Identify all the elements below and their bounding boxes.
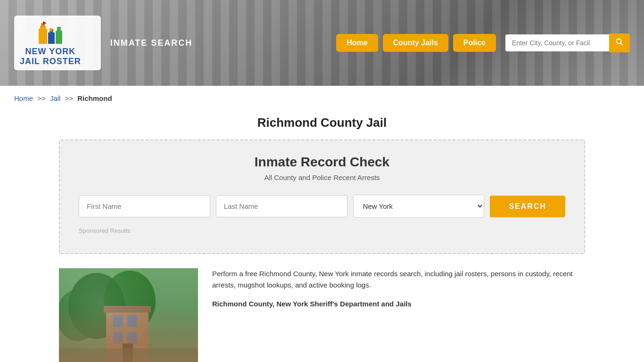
logo-area: NEW YORK JAIL ROSTER — [20, 19, 81, 66]
search-icon — [616, 38, 623, 46]
content-text: Perform a free Richmond County, New York… — [212, 268, 585, 317]
breadcrumb-home-link[interactable]: Home — [14, 94, 33, 102]
county-jails-nav-button[interactable]: County Jails — [383, 34, 448, 52]
svg-point-12 — [68, 273, 125, 339]
content-paragraph2: Richmond County, New York Sheriff's Depa… — [212, 298, 585, 310]
logo-text-ny: NEW YORK — [25, 47, 76, 57]
main-nav: Home County Jails Police — [336, 34, 496, 52]
first-name-input[interactable] — [79, 195, 210, 217]
svg-rect-11 — [59, 268, 198, 362]
svg-rect-22 — [59, 348, 198, 362]
svg-point-14 — [104, 271, 156, 332]
logo-wrapper: NEW YORK JAIL ROSTER — [14, 16, 101, 70]
last-name-input[interactable] — [216, 195, 347, 217]
svg-point-9 — [617, 39, 621, 44]
svg-rect-0 — [39, 29, 47, 44]
logo-text-jr: JAIL ROSTER — [20, 57, 81, 66]
search-section-title: Inmate Record Check — [79, 155, 565, 170]
home-nav-button[interactable]: Home — [336, 34, 378, 52]
inmate-search-label: INMATE SEARCH — [110, 38, 193, 48]
search-section-subtitle: All County and Police Recent Arrests — [79, 173, 565, 181]
svg-rect-5 — [56, 31, 62, 44]
search-form: New York Alabama Alaska Arizona Arkansas… — [79, 195, 565, 218]
svg-rect-17 — [127, 315, 137, 327]
breadcrumb-jail-link[interactable]: Jail — [50, 94, 61, 102]
logo-icon — [36, 19, 65, 45]
header-search-button[interactable] — [609, 33, 630, 52]
page-title: Richmond County Jail — [0, 111, 644, 140]
svg-point-13 — [59, 289, 99, 341]
svg-rect-19 — [127, 332, 137, 344]
svg-rect-18 — [113, 332, 123, 344]
header-search-area — [505, 33, 630, 52]
breadcrumb-sep2: >> — [65, 94, 74, 102]
site-header: NEW YORK JAIL ROSTER INMATE SEARCH Home … — [0, 0, 644, 86]
svg-rect-21 — [123, 344, 133, 362]
svg-line-10 — [621, 43, 623, 46]
location-image — [59, 268, 198, 362]
svg-rect-3 — [48, 33, 55, 44]
state-select[interactable]: New York Alabama Alaska Arizona Arkansas… — [353, 195, 485, 218]
svg-rect-20 — [104, 306, 151, 313]
svg-rect-16 — [113, 315, 123, 327]
content-section: Perform a free Richmond County, New York… — [0, 254, 644, 362]
inmate-search-section: Inmate Record Check All County and Polic… — [59, 140, 585, 254]
police-nav-button[interactable]: Police — [453, 34, 496, 52]
search-button[interactable]: SEARCH — [490, 196, 565, 217]
content-paragraph1: Perform a free Richmond County, New York… — [212, 268, 585, 291]
breadcrumb-sep1: >> — [37, 94, 46, 102]
breadcrumb: Home >> Jail >> Richmond — [0, 86, 644, 111]
svg-rect-6 — [57, 27, 61, 32]
sponsored-label: Sponsored Results — [79, 227, 565, 234]
svg-rect-15 — [106, 311, 149, 362]
header-search-input[interactable] — [505, 34, 609, 51]
breadcrumb-current: Richmond — [77, 94, 112, 102]
